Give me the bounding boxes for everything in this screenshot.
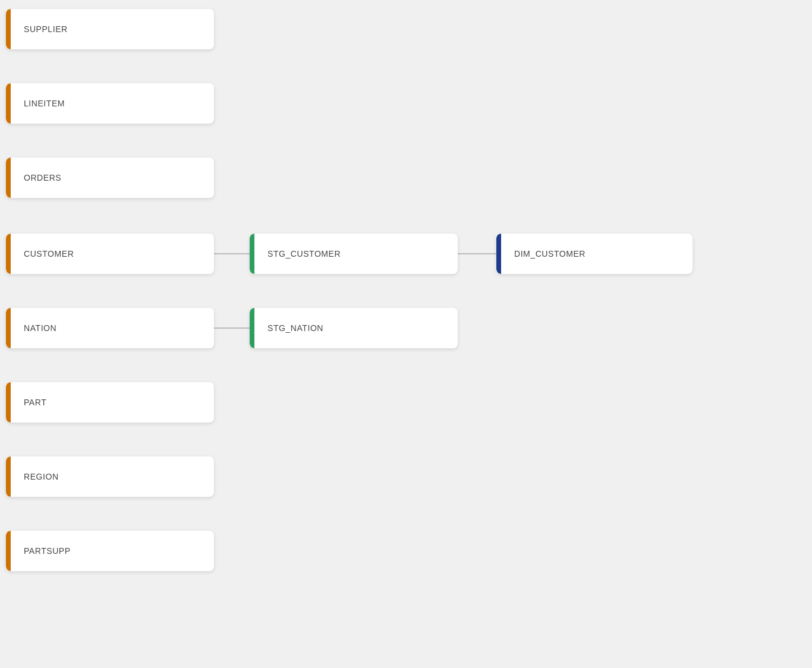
node-accent-stg_customer [250,234,254,274]
node-accent-dim_customer [496,234,501,274]
node-accent-region [6,456,11,497]
node-dim_customer[interactable]: DIM_CUSTOMER [496,234,693,274]
node-label-orders: ORDERS [6,160,74,196]
node-accent-nation [6,308,11,348]
node-accent-partsupp [6,531,11,571]
node-label-lineitem: LINEITEM [6,86,78,121]
node-orders[interactable]: ORDERS [6,157,214,198]
node-label-nation: NATION [6,310,70,346]
node-customer[interactable]: CUSTOMER [6,234,214,274]
node-label-region: REGION [6,459,72,494]
node-label-partsupp: PARTSUPP [6,533,84,569]
node-label-dim_customer: DIM_CUSTOMER [496,236,599,272]
node-supplier[interactable]: SUPPLIER [6,9,214,49]
node-accent-orders [6,157,11,198]
diagram-canvas: SUPPLIERLINEITEMORDERSCUSTOMERSTG_CUSTOM… [0,0,812,668]
node-accent-supplier [6,9,11,49]
node-nation[interactable]: NATION [6,308,214,348]
node-lineitem[interactable]: LINEITEM [6,83,214,124]
node-label-stg_customer: STG_CUSTOMER [250,236,354,272]
node-region[interactable]: REGION [6,456,214,497]
node-label-supplier: SUPPLIER [6,11,81,47]
node-label-stg_nation: STG_NATION [250,310,336,346]
node-stg_nation[interactable]: STG_NATION [250,308,458,348]
node-partsupp[interactable]: PARTSUPP [6,531,214,571]
node-accent-stg_nation [250,308,254,348]
node-label-customer: CUSTOMER [6,236,87,272]
node-part[interactable]: PART [6,382,214,423]
node-accent-lineitem [6,83,11,124]
node-accent-part [6,382,11,423]
node-accent-customer [6,234,11,274]
node-stg_customer[interactable]: STG_CUSTOMER [250,234,458,274]
node-label-part: PART [6,385,59,420]
